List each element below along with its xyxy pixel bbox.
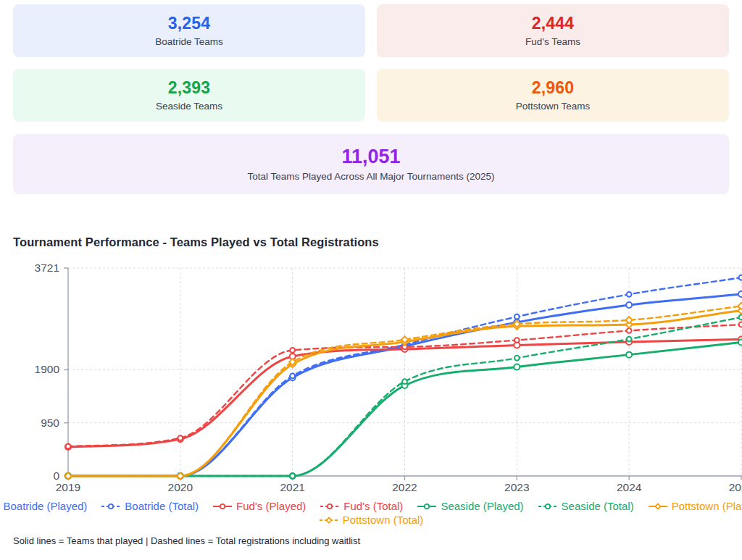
total-teams-label: Total Teams Played Across All Major Tour… (248, 171, 495, 182)
legend-label: Fud's (Played) (236, 500, 306, 512)
data-point[interactable] (626, 352, 632, 358)
legend-item-fud-s-total: Fud's (Total) (320, 500, 403, 512)
legend-item-fud-s-played: Fud's (Played) (212, 500, 306, 512)
data-point[interactable] (627, 337, 632, 342)
legend-label: Pottstown (Played) (672, 500, 742, 512)
series-seaside-played (65, 339, 742, 479)
data-point[interactable] (290, 374, 295, 379)
data-point[interactable] (290, 474, 295, 479)
series-pottstown-total (64, 303, 742, 480)
data-point[interactable] (739, 322, 742, 327)
svg-text:2019: 2019 (56, 481, 80, 493)
svg-text:2022: 2022 (392, 481, 417, 493)
data-point[interactable] (738, 339, 742, 345)
svg-text:2020: 2020 (168, 481, 193, 493)
data-point[interactable] (514, 356, 520, 361)
data-point[interactable] (514, 338, 520, 343)
boatride-teams-label: Boatride Teams (155, 36, 223, 47)
axes (64, 268, 742, 480)
legend-line-icon (320, 502, 340, 511)
chart-title: Tournament Performance - Teams Played vs… (13, 235, 729, 249)
legend-line-icon (538, 502, 558, 511)
svg-text:1900: 1900 (35, 363, 60, 375)
legend-row: Pottstown (Total) (319, 514, 424, 526)
pottstown-teams-value: 2,960 (532, 79, 575, 97)
legend-row: Boatride (Played)Boatride (Total)Fud's (… (0, 500, 742, 512)
data-point[interactable] (514, 314, 520, 319)
data-point[interactable] (626, 302, 632, 308)
data-point[interactable] (178, 435, 183, 440)
performance-chart-svg[interactable]: 0950190037212019202020212022202320242025 (13, 259, 742, 500)
data-point[interactable] (739, 275, 742, 280)
legend-line-icon (319, 516, 339, 525)
legend-line-icon (417, 502, 437, 511)
line-style-note: Solid lines = Teams that played | Dashed… (13, 535, 729, 546)
legend-label: Boatride (Played) (3, 500, 87, 512)
data-point[interactable] (627, 328, 632, 333)
legend-line-icon (212, 502, 233, 511)
fuds-teams-label: Fud's Teams (525, 36, 580, 47)
svg-text:2021: 2021 (280, 481, 304, 493)
legend-label: Boatride (Total) (125, 500, 199, 512)
data-point[interactable] (66, 444, 71, 449)
data-point[interactable] (402, 379, 407, 384)
data-point[interactable] (738, 291, 742, 297)
axis-tick-labels: 0950190037212019202020212022202320242025 (35, 262, 742, 493)
svg-text:2023: 2023 (504, 481, 529, 493)
svg-text:0: 0 (53, 469, 59, 482)
legend-label: Seaside (Played) (441, 500, 523, 512)
legend-line-icon (648, 502, 668, 511)
data-point[interactable] (739, 315, 742, 320)
svg-text:2024: 2024 (617, 481, 642, 493)
legend-label: Seaside (Total) (562, 500, 634, 512)
data-point[interactable] (626, 317, 633, 323)
stat-card-boatride: 3,254 Boatride Teams (13, 4, 365, 57)
series-boatride-total (66, 275, 742, 479)
series-pottstown-played (64, 307, 742, 480)
legend-item-boatride-total: Boatride (Total) (101, 500, 199, 512)
svg-text:2025: 2025 (729, 481, 742, 493)
legend-item-seaside-played: Seaside (Played) (417, 500, 523, 512)
data-point[interactable] (738, 303, 742, 309)
legend-label: Fud's (Total) (343, 500, 403, 512)
performance-chart[interactable]: 0950190037212019202020212022202320242025 (13, 259, 729, 500)
data-point[interactable] (627, 292, 632, 297)
seaside-teams-label: Seaside Teams (156, 101, 222, 112)
legend-item-pottstown-total: Pottstown (Total) (319, 514, 424, 526)
legend-item-pottstown-played: Pottstown (Played) (648, 500, 742, 512)
boatride-teams-value: 3,254 (168, 14, 211, 33)
legend-item-boatride-played: Boatride (Played) (0, 500, 87, 512)
svg-text:3721: 3721 (35, 262, 59, 274)
stat-card-seaside: 2,393 Seaside Teams (13, 69, 365, 122)
stat-card-pottstown: 2,960 Pottstown Teams (377, 69, 729, 122)
chart-legend: Boatride (Played)Boatride (Total)Fud's (… (13, 500, 729, 526)
pottstown-teams-label: Pottstown Teams (516, 101, 591, 112)
stats-grid: 3,254 Boatride Teams 2,444 Fud's Teams 2… (13, 4, 729, 122)
svg-text:950: 950 (41, 417, 59, 429)
legend-line-icon (101, 502, 121, 511)
stat-card-fuds: 2,444 Fud's Teams (377, 4, 729, 57)
legend-item-seaside-total: Seaside (Total) (538, 500, 634, 512)
data-point[interactable] (290, 348, 295, 353)
data-point[interactable] (514, 364, 520, 370)
total-teams-card: 11,051 Total Teams Played Across All Maj… (13, 134, 729, 194)
fuds-teams-value: 2,444 (532, 14, 575, 33)
grid-lines (68, 268, 742, 476)
tournament-dashboard: 3,254 Boatride Teams 2,444 Fud's Teams 2… (0, 0, 742, 560)
total-teams-value: 11,051 (341, 146, 400, 168)
legend-label: Pottstown (Total) (343, 514, 424, 526)
seaside-teams-value: 2,393 (168, 79, 211, 97)
